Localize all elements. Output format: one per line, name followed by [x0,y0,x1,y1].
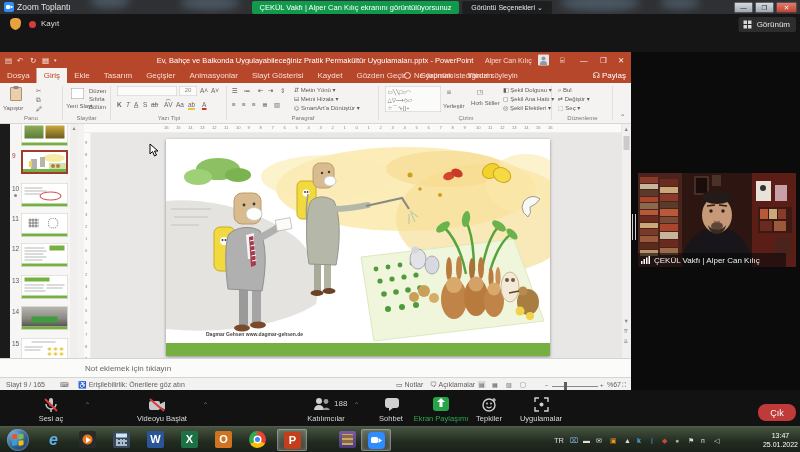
display-settings-icon[interactable]: ⌨ [60,381,69,388]
security-shield-icon[interactable] [10,18,21,30]
underline-icon[interactable]: A [134,101,138,108]
tray-updates-icon[interactable]: ▲ [624,436,631,444]
paste-button[interactable]: Yapıştır [3,104,23,111]
thumbnail-slide-10[interactable] [21,183,68,207]
tray-language[interactable]: TR [554,436,564,444]
shape-outline-button[interactable]: ▢ Şekil Ana Hattı ▾ [503,95,554,102]
line-spacing-icon[interactable]: ⇕ [280,87,285,94]
tray-red-icon[interactable]: ◆ [662,436,667,444]
justify-icon[interactable]: ≣ [262,101,267,108]
mic-options-chevron[interactable]: ⌃ [85,401,90,408]
ppt-close-icon[interactable]: ✕ [618,56,624,64]
slideshow-view-icon[interactable]: 🖵 [520,381,526,388]
redo-icon[interactable]: ↻ [30,56,36,64]
font-size-box[interactable]: 20 [179,86,197,96]
char-spacing-icon[interactable]: A͡V [164,101,173,108]
copy-icon[interactable]: ⧉ [36,96,41,103]
quick-styles-button[interactable]: Hızlı Stiller [471,99,499,106]
tray-mail-icon[interactable]: ✉ [596,436,602,444]
highlight-color-icon[interactable]: ab [188,101,195,110]
leave-meeting-button[interactable]: Çık [758,404,796,421]
scroll-up-icon[interactable]: ▲ [624,126,629,132]
fit-to-window-icon[interactable]: ⛶ [622,381,626,388]
comments-toggle[interactable]: 🗨 Açıklamalar [430,381,475,389]
tray-pc-icon[interactable]: ⌧ [570,436,578,444]
previous-slide-icon[interactable]: ⇈ [624,328,629,335]
align-left-icon[interactable]: ≡ [232,101,236,108]
scrollbar-thumb[interactable] [624,136,630,150]
section-button[interactable]: Bölüm [89,103,106,110]
change-case-icon[interactable]: Aa [176,101,184,108]
internet-explorer-icon[interactable]: e [45,431,62,448]
zoom-out-icon[interactable]: − [545,381,549,388]
tab-tasarim[interactable]: Tasarım [97,68,139,83]
shapes-gallery[interactable]: ▭╲╲□○◠△▽⟶◇▱☆⌒∿{}⋆ [385,86,441,112]
excel-icon[interactable]: X [181,431,198,448]
tab-animasyonlar[interactable]: Animasyonlar [182,68,244,83]
view-button[interactable]: Görünüm [739,17,796,32]
apps-label[interactable]: Uygulamalar [520,414,562,423]
word-icon[interactable]: W [147,431,164,448]
font-name-box[interactable] [117,86,177,96]
shape-fill-button[interactable]: ◧ Şekil Dolgusu ▾ [503,86,552,93]
tab-dosya[interactable]: Dosya [0,68,37,83]
calculator-icon[interactable] [113,431,130,448]
paste-icon[interactable] [10,87,22,101]
minimize-button[interactable]: — [734,2,753,13]
arrange-button[interactable]: Yerleştir [443,102,464,109]
tell-me-box[interactable]: Ne yapmak istediğinizi söyleyin [404,68,518,83]
user-avatar[interactable] [538,55,549,66]
smartart-button[interactable]: ⌬ SmartArt'a Dönüştür ▾ [294,104,360,111]
notes-placeholder[interactable]: Not eklemek için tıklayın [85,364,171,373]
thumbnails-scrollbar[interactable]: ▲ ▼ [70,124,78,376]
chat-label[interactable]: Sohbet [379,414,403,423]
tray-icon-2[interactable]: ▬ [583,436,590,444]
camera-muted-icon[interactable] [148,397,166,413]
tray-flag-icon[interactable]: ⚑ [688,436,694,444]
reactions-label[interactable]: Tepkiler [476,414,502,423]
qat-dropdown-icon[interactable]: ▾ [54,56,57,64]
ppt-restore-icon[interactable]: ❐ [600,56,607,64]
new-slide-icon[interactable] [71,88,84,99]
thumbnail-slide-11[interactable] [21,213,68,237]
tab-giris[interactable]: Giriş [37,68,67,83]
start-button[interactable] [7,429,29,451]
format-painter-icon[interactable]: 🖉 [36,105,43,112]
bold-icon[interactable]: K [117,101,122,108]
reset-button[interactable]: Sıfırla [89,95,105,102]
powerpoint-taskbar-button[interactable]: P [277,429,307,451]
participants-chevron[interactable]: ⌃ [354,401,359,408]
tray-gray-icon[interactable]: ● [675,436,679,444]
winrar-icon[interactable] [339,431,356,448]
next-slide-icon[interactable]: ⇊ [624,338,629,345]
zoom-slider-thumb[interactable] [564,382,567,390]
reactions-icon[interactable] [482,397,497,412]
zoom-panel-divider[interactable] [632,214,636,240]
shape-effects-button[interactable]: ◎ Şekil Efektleri ▾ [503,104,551,111]
notes-toggle[interactable]: ▭ Notlar [396,381,423,389]
cut-icon[interactable]: ✂ [36,87,41,94]
arrange-icon[interactable]: ⧈ [447,88,451,95]
align-text-button[interactable]: ⊟ Metni Hizala ▾ [294,95,338,102]
zoom-in-icon[interactable]: + [600,381,604,388]
participants-icon[interactable] [313,397,331,412]
thumbnail-slide-8[interactable] [21,124,68,146]
grow-font-icon[interactable]: A˄ [200,87,208,94]
mute-label[interactable]: Sesi aç [39,414,64,423]
tab-slayt-gosterisi[interactable]: Slayt Gösterisi [245,68,311,83]
apps-icon[interactable] [534,397,549,412]
layout-button[interactable]: Düzen [89,87,106,94]
zoom-slider[interactable] [552,386,598,387]
numbering-icon[interactable]: ≔ [244,87,251,94]
bullets-icon[interactable]: ☰ [232,87,238,94]
slideshow-icon[interactable]: ▦ [42,56,49,64]
find-button[interactable]: ⌕ Bul [558,86,572,93]
decrease-indent-icon[interactable]: ⇤ [258,87,263,94]
media-player-icon[interactable] [79,431,96,448]
scroll-up-icon[interactable]: ▲ [72,125,77,131]
save-icon[interactable]: ▤ [5,56,12,64]
tray-bluetooth-icon[interactable]: ᛒ [650,436,654,444]
accessibility-status[interactable]: ♿ Erişilebilirlik: Önerilere göz atın [78,381,185,389]
chrome-icon[interactable] [249,431,266,448]
tab-gecisler[interactable]: Geçişler [139,68,182,83]
